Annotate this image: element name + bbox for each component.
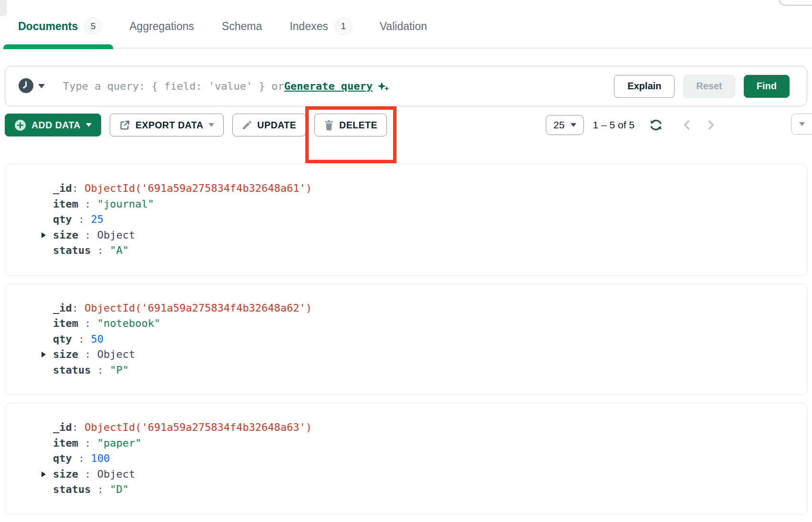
tab-label: Aggregations — [129, 20, 194, 33]
delete-label: DELETE — [339, 120, 377, 131]
generate-query-link[interactable]: Generate query — [284, 80, 373, 92]
field-separator: : — [78, 468, 97, 480]
document-field-_id: _id: ObjectId('691a59a275834f4b32648a63'… — [5, 420, 797, 436]
query-input[interactable]: Type a query: { field: 'value' } or Gene… — [63, 80, 390, 93]
field-value: "paper" — [97, 437, 142, 449]
tab-documents[interactable]: Documents5 — [18, 18, 102, 35]
document-field-item: item : "journal" — [5, 197, 797, 212]
field-separator: : — [91, 244, 110, 256]
trash-icon — [324, 120, 334, 131]
document-card: _id: ObjectId('691a59a275834f4b32648a61'… — [5, 164, 807, 276]
field-separator: : — [72, 452, 91, 464]
prev-page-button[interactable] — [682, 119, 691, 131]
field-separator: : — [91, 483, 110, 495]
field-separator: : — [72, 182, 85, 194]
tab-indexes[interactable]: Indexes1 — [290, 18, 352, 35]
query-bar: Type a query: { field: 'value' } or Gene… — [5, 66, 807, 106]
field-separator: : — [72, 333, 91, 345]
expand-caret-icon[interactable] — [42, 352, 46, 357]
tab-label: Indexes — [290, 20, 328, 33]
field-value: ObjectId('691a59a275834f4b32648a62') — [84, 302, 312, 314]
add-data-button[interactable]: ADD DATA — [5, 114, 101, 136]
field-separator: : — [78, 317, 97, 329]
document-list: _id: ObjectId('691a59a275834f4b32648a61'… — [5, 164, 807, 515]
tab-bar-divider — [0, 48, 812, 49]
field-value: "D" — [110, 483, 129, 495]
tab-validation[interactable]: Validation — [380, 20, 427, 33]
update-button[interactable]: UPDATE — [232, 114, 306, 136]
field-separator: : — [78, 348, 97, 360]
field-key: size — [53, 468, 78, 480]
explain-button[interactable]: Explain — [614, 75, 675, 98]
tabs-row: Documents5AggregationsSchemaIndexes1Vali… — [18, 14, 812, 38]
field-key: _id — [53, 182, 72, 194]
documents-view: Documents5AggregationsSchemaIndexes1Vali… — [0, 0, 812, 522]
field-value: Object — [97, 468, 135, 480]
chevron-down-icon — [799, 122, 805, 126]
next-page-button[interactable] — [707, 119, 716, 131]
delete-button[interactable]: DELETE — [314, 114, 387, 136]
field-separator: : — [72, 213, 91, 225]
field-key: qty — [53, 333, 72, 345]
chevron-left-icon — [682, 119, 691, 131]
reset-button[interactable]: Reset — [683, 75, 735, 98]
field-key: item — [53, 437, 78, 449]
field-separator: : — [78, 198, 97, 210]
field-value: 100 — [91, 452, 110, 464]
pencil-icon — [242, 120, 252, 130]
field-value: ObjectId('691a59a275834f4b32648a63') — [84, 421, 312, 433]
query-history-button[interactable] — [19, 78, 45, 94]
export-data-button[interactable]: EXPORT DATA — [110, 114, 224, 136]
expand-caret-icon[interactable] — [42, 232, 46, 238]
view-options-dropdown[interactable] — [791, 114, 812, 135]
field-separator: : — [72, 421, 85, 433]
field-key: status — [53, 483, 91, 495]
tab-aggregations[interactable]: Aggregations — [129, 20, 194, 33]
expand-caret-icon[interactable] — [42, 471, 46, 477]
find-button[interactable]: Find — [744, 75, 790, 98]
tab-schema[interactable]: Schema — [222, 20, 262, 33]
tab-label: Validation — [380, 20, 427, 33]
chevron-down-icon — [86, 123, 92, 127]
field-separator: : — [78, 229, 97, 241]
document-field-status: status : "D" — [5, 482, 797, 498]
document-field-status: status : "A" — [5, 243, 797, 259]
field-separator: : — [91, 364, 110, 376]
field-value: "journal" — [97, 198, 154, 210]
document-card: _id: ObjectId('691a59a275834f4b32648a62'… — [5, 283, 807, 396]
chevron-down-icon — [38, 84, 45, 88]
pagination-range: 1 – 5 of 5 — [593, 119, 635, 131]
field-key: qty — [53, 452, 72, 464]
field-value: ObjectId('691a59a275834f4b32648a61') — [84, 182, 312, 194]
tab-bar: Documents5AggregationsSchemaIndexes1Vali… — [0, 0, 812, 49]
field-value: "P" — [110, 364, 129, 376]
chevron-right-icon — [707, 119, 716, 131]
field-value: 50 — [91, 333, 104, 345]
tab-label: Schema — [222, 20, 262, 33]
field-key: qty — [53, 213, 72, 225]
clock-icon — [19, 78, 33, 94]
field-value: 25 — [91, 213, 104, 225]
document-field-_id: _id: ObjectId('691a59a275834f4b32648a61'… — [5, 181, 797, 197]
document-field-_id: _id: ObjectId('691a59a275834f4b32648a62'… — [5, 301, 797, 316]
sparkle-icon — [376, 80, 390, 93]
field-key: _id — [53, 421, 72, 433]
add-data-label: ADD DATA — [31, 120, 81, 131]
active-tab-underline — [3, 44, 113, 49]
field-value: "A" — [110, 244, 129, 256]
field-key: status — [53, 364, 91, 376]
page-size-value: 25 — [553, 119, 564, 131]
field-key: size — [53, 348, 78, 360]
document-card: _id: ObjectId('691a59a275834f4b32648a63'… — [5, 403, 807, 515]
field-value: "notebook" — [97, 317, 160, 329]
field-key: _id — [53, 302, 72, 314]
field-separator: : — [78, 437, 97, 449]
document-field-qty: qty : 100 — [5, 451, 797, 467]
page-size-select[interactable]: 25 — [546, 115, 584, 135]
export-data-label: EXPORT DATA — [135, 120, 203, 131]
refresh-button[interactable] — [649, 118, 663, 132]
document-field-qty: qty : 50 — [5, 332, 797, 347]
chevron-down-icon — [571, 123, 576, 127]
document-field-qty: qty : 25 — [5, 212, 797, 228]
field-key: size — [53, 229, 78, 241]
